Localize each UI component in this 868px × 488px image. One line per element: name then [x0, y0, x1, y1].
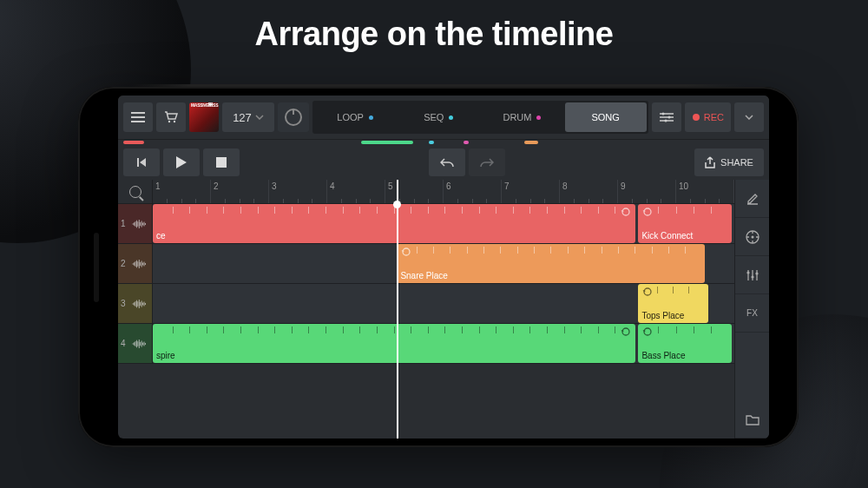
clip-label: Snare Place [400, 271, 447, 280]
svg-point-52 [751, 235, 753, 238]
loop-icon [621, 207, 631, 217]
share-button[interactable]: SHARE [694, 148, 764, 176]
track-lane[interactable]: Tops Place [153, 284, 734, 323]
track-row: 4spireBass Place [118, 324, 734, 364]
svg-point-2 [661, 113, 664, 115]
svg-point-1 [174, 121, 175, 122]
mode-song[interactable]: SONG [565, 102, 647, 132]
mixer-button[interactable] [652, 102, 681, 132]
audio-clip[interactable]: Kick Connect [638, 204, 731, 243]
loop-icon [621, 326, 631, 337]
track-lane[interactable]: ceKick Connect [153, 204, 734, 243]
waveform-icon [128, 204, 151, 243]
stop-button[interactable] [203, 148, 240, 176]
ruler-bar: 5 [385, 180, 444, 203]
tempo-value: 127 [233, 111, 252, 124]
app-screen: 127 LOOP SEQ DRUM SONG REC [118, 96, 769, 439]
ruler[interactable]: 12345678910 [118, 180, 734, 204]
track-row: 1ceKick Connect [118, 204, 734, 244]
track-header[interactable]: 3 [118, 284, 153, 323]
rewind-button[interactable] [123, 148, 160, 176]
folder-icon [746, 413, 760, 425]
waveform-icon [128, 324, 151, 363]
files-button[interactable] [735, 400, 769, 439]
fx-button[interactable]: FX [735, 294, 769, 333]
snap-button[interactable] [735, 218, 769, 256]
transport-bar: SHARE [118, 145, 769, 180]
track-header[interactable]: 1 [118, 204, 153, 243]
record-button[interactable]: REC [685, 102, 731, 132]
timeline: 12345678910 1ceKick Connect2Snare Place3… [118, 180, 769, 439]
device-frame: 127 LOOP SEQ DRUM SONG REC [78, 87, 799, 447]
cart-icon [164, 110, 178, 124]
ruler-bar: 6 [444, 180, 502, 203]
clip-label: Tops Place [641, 311, 684, 320]
audio-clip[interactable]: ce [153, 204, 635, 243]
menu-button[interactable] [123, 102, 153, 132]
soundpack-thumbnail[interactable] [189, 102, 219, 132]
ruler-bar: 9 [618, 180, 676, 203]
track-lane[interactable]: spireBass Place [153, 324, 734, 363]
overview-segment [524, 141, 538, 144]
svg-point-4 [664, 120, 667, 122]
redo-icon [480, 157, 494, 168]
track-lane[interactable]: Snare Place [153, 244, 734, 283]
overview-segment [123, 141, 144, 144]
overview-segment [464, 141, 469, 144]
mode-seq[interactable]: SEQ [398, 102, 479, 132]
edit-button[interactable] [735, 180, 769, 218]
track-header[interactable]: 2 [118, 244, 153, 283]
overview-segment [361, 141, 413, 144]
ruler-bar: 7 [502, 180, 560, 203]
mixer-panel-button[interactable] [735, 256, 769, 294]
redo-button[interactable] [469, 148, 505, 176]
audio-clip[interactable]: Snare Place [397, 244, 705, 283]
ruler-bar: 2 [211, 180, 269, 203]
undo-button[interactable] [429, 148, 465, 176]
audio-clip[interactable]: Bass Place [638, 324, 731, 363]
waveform-icon [128, 284, 151, 323]
play-button[interactable] [163, 148, 200, 176]
ruler-bar: 10 [676, 180, 734, 203]
ruler-bar: 8 [560, 180, 618, 203]
sliders-icon [660, 112, 674, 122]
audio-clip[interactable]: spire [153, 324, 635, 363]
chevron-down-icon [255, 115, 264, 120]
clip-label: Kick Connect [641, 231, 693, 241]
mode-loop[interactable]: LOOP [314, 102, 396, 132]
loop-icon [642, 326, 653, 337]
more-button[interactable] [734, 102, 764, 132]
loop-icon [642, 207, 653, 217]
clip-label: spire [156, 351, 175, 360]
mixer-icon [746, 269, 760, 281]
svg-point-5 [693, 114, 700, 121]
track-row: 2Snare Place [118, 244, 734, 284]
drag-handle[interactable] [750, 137, 764, 148]
pencil-icon [746, 192, 760, 206]
tempo-knob[interactable] [278, 102, 309, 132]
svg-point-53 [746, 271, 749, 274]
svg-rect-6 [216, 157, 227, 168]
undo-icon [440, 157, 454, 168]
audio-clip[interactable]: Tops Place [638, 284, 707, 323]
waveform-icon [128, 244, 151, 283]
hamburger-icon [131, 112, 145, 122]
ruler-bar: 3 [269, 180, 327, 203]
svg-point-0 [168, 121, 170, 122]
right-sidebar: FX [734, 180, 769, 439]
magnifier-icon [129, 186, 141, 198]
top-toolbar: 127 LOOP SEQ DRUM SONG REC [118, 96, 769, 140]
snap-icon [745, 229, 760, 245]
clip-label: ce [156, 231, 166, 241]
play-icon [176, 156, 187, 168]
chevron-down-icon [745, 115, 753, 120]
record-icon [692, 113, 700, 122]
overview-segment [429, 141, 434, 144]
search-button[interactable] [118, 180, 153, 203]
arrangement-overview[interactable] [118, 140, 769, 145]
ruler-bar: 4 [327, 180, 385, 203]
shop-button[interactable] [156, 102, 186, 132]
track-header[interactable]: 4 [118, 324, 153, 363]
mode-drum[interactable]: DRUM [481, 102, 562, 132]
tempo-button[interactable]: 127 [222, 102, 274, 132]
